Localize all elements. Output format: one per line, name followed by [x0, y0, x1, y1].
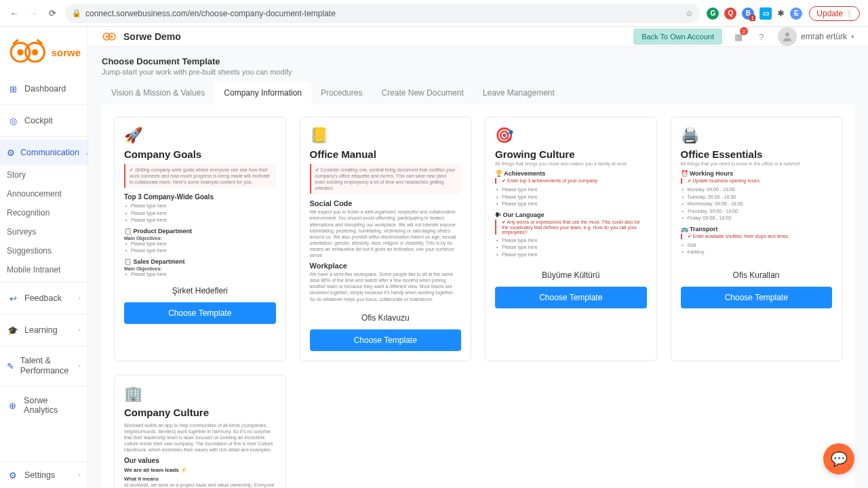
chevron-icon: ‹ [79, 472, 81, 479]
template-name: Şirket Hedefleri [124, 286, 276, 296]
settings-icon: ⚙ [7, 469, 19, 481]
template-icon: 🏢 [124, 385, 276, 403]
svg-point-6 [106, 35, 108, 37]
page-title: Choose Document Template [102, 56, 854, 66]
sidebar-item-mobile-intranet[interactable]: Mobile Intranet [0, 260, 87, 279]
choose-template-button[interactable]: Choose Template [495, 287, 647, 308]
sidebar-item-learning[interactable]: 🎓 Learning ‹ [0, 317, 87, 343]
star-icon[interactable]: ☆ [686, 9, 693, 18]
template-icon: 🎯 [495, 127, 647, 144]
ext-icon[interactable]: B1 [742, 7, 754, 20]
feedback-icon: ↩ [7, 292, 19, 304]
template-preview: 🎯 Growing CultureAll things that brings … [495, 127, 647, 262]
logo-text: sorwe [52, 47, 81, 58]
sidebar-item-surveys[interactable]: Surveys [0, 222, 87, 241]
svg-point-2 [17, 49, 23, 55]
dashboard-icon: ⊞ [7, 83, 19, 95]
ext-icon[interactable]: Q [724, 7, 736, 20]
templates-panel: 🚀 Company Goals✔ Setting company-wide go… [102, 104, 854, 488]
ext-icon[interactable]: ▭ [760, 7, 772, 20]
sidebar-item-analytics[interactable]: ⊕ Sorwe Analytics [0, 389, 87, 422]
template-icon: 📒 [310, 127, 462, 144]
svg-point-8 [785, 33, 789, 37]
template-preview: 🖨️ Office EssentialsAll things that you … [681, 127, 833, 262]
sidebar-item-story[interactable]: Story [0, 165, 87, 184]
topbar: Sorwe Demo Back To Own Account ▦2 ? emra… [88, 27, 868, 47]
template-name: Büyüme Kültürü [495, 270, 647, 280]
ext-icon[interactable]: G [707, 7, 719, 20]
cockpit-icon: ◎ [7, 115, 19, 127]
template-icon: 🚀 [124, 127, 276, 144]
analytics-icon: ⊕ [7, 399, 18, 411]
brand-owl-icon [102, 29, 117, 44]
choose-template-button[interactable]: Choose Template [681, 287, 833, 308]
tabs: Vision & Mission & Values Company Inform… [88, 81, 868, 104]
communication-icon: ⚙ [7, 146, 15, 159]
learning-icon: 🎓 [7, 324, 19, 336]
template-icon: 🖨️ [681, 127, 833, 144]
chevron-down-icon: ▾ [851, 33, 854, 40]
template-preview: 🚀 Company Goals✔ Setting company-wide go… [124, 127, 276, 278]
address-bar[interactable]: 🔒 connect.sorwebusiness.com/en/choose-co… [65, 4, 700, 23]
template-preview: 🏢 Company CultureWorkwell builds an app … [124, 385, 276, 488]
talent-icon: ✎ [7, 360, 15, 372]
sidebar: sorwe ⊞ Dashboard ◎ Cockpit ⚙ Communicat… [0, 27, 88, 488]
brand-name: Sorwe Demo [123, 31, 181, 42]
sidebar-item-recognition[interactable]: Recognition [0, 203, 87, 222]
sidebar-item-feedback[interactable]: ↩ Feedback ‹ [0, 285, 87, 311]
back-icon[interactable]: ← [8, 7, 20, 20]
update-button[interactable]: Update ⋮ [809, 6, 860, 21]
template-name: Ofis Kuralları [681, 270, 833, 280]
chevron-icon: ‹ [79, 327, 81, 333]
user-menu[interactable]: emrah ertürk ▾ [778, 27, 854, 46]
profile-icon[interactable]: E [790, 7, 802, 20]
template-title: Office Essentials [681, 148, 833, 160]
page-header: Choose Document Template Jump-start your… [88, 47, 868, 81]
choose-template-button[interactable]: Choose Template [124, 302, 276, 324]
sidebar-item-cockpit[interactable]: ◎ Cockpit [0, 108, 87, 134]
chevron-icon: ‹ [79, 295, 81, 302]
chevron-icon: ‹ [79, 363, 81, 369]
sidebar-item-suggestions[interactable]: Suggestions [0, 241, 87, 260]
sidebar-item-communication[interactable]: ⚙ Communication ⌄ [0, 140, 87, 165]
help-icon[interactable]: ? [755, 30, 768, 43]
notifications-icon[interactable]: ▦2 [732, 30, 745, 43]
forward-icon[interactable]: → [27, 7, 39, 20]
template-title: Company Goals [124, 148, 276, 160]
tab-leave[interactable]: Leave Management [473, 81, 564, 104]
template-preview: 📒 Office Manual✔ Consider creating one, … [310, 127, 462, 305]
tab-vision[interactable]: Vision & Mission & Values [102, 81, 214, 104]
sidebar-item-announcement[interactable]: Announcement [0, 184, 87, 203]
tab-create-new[interactable]: Create New Document [372, 81, 473, 104]
lock-icon: 🔒 [72, 9, 81, 18]
sidebar-item-settings[interactable]: ⚙ Settings ‹ [0, 462, 87, 488]
template-card: 📒 Office Manual✔ Consider creating one, … [300, 117, 472, 361]
back-to-account-button[interactable]: Back To Own Account [633, 28, 722, 45]
avatar [778, 27, 797, 46]
main-content: Sorwe Demo Back To Own Account ▦2 ? emra… [88, 27, 868, 488]
browser-bar: ← → ⟳ 🔒 connect.sorwebusiness.com/en/cho… [0, 0, 868, 27]
page-subtitle: Jump-start your work with pre-built shee… [102, 68, 854, 76]
template-title: Company Culture [124, 407, 276, 418]
url-text: connect.sorwebusiness.com/en/choose-comp… [85, 9, 336, 18]
sidebar-item-talent[interactable]: ✎ Talent & Performance ‹ [0, 349, 87, 383]
template-card: 🎯 Growing CultureAll things that brings … [485, 117, 657, 361]
template-title: Growing Culture [495, 148, 647, 160]
choose-template-button[interactable]: Choose Template [310, 329, 462, 351]
extensions-icon[interactable]: ✱ [777, 8, 785, 18]
template-title: Office Manual [310, 148, 462, 160]
svg-point-7 [111, 35, 113, 37]
tab-company-info[interactable]: Company Information [214, 81, 311, 104]
extension-icons: G Q B1 ▭ ✱ E [707, 7, 802, 20]
template-name: Ofis Kılavuzu [310, 313, 462, 323]
svg-point-3 [32, 49, 38, 55]
reload-icon[interactable]: ⟳ [46, 7, 58, 20]
tab-procedures[interactable]: Procedures [311, 81, 372, 104]
logo[interactable]: sorwe [0, 33, 87, 76]
sidebar-item-dashboard[interactable]: ⊞ Dashboard [0, 76, 87, 102]
template-card: 🖨️ Office EssentialsAll things that you … [671, 117, 843, 361]
chat-fab[interactable]: 💬 [823, 443, 854, 474]
owl-logo-icon [7, 37, 49, 68]
template-card: 🏢 Company CultureWorkwell builds an app … [114, 375, 286, 488]
template-card: 🚀 Company Goals✔ Setting company-wide go… [114, 117, 286, 361]
